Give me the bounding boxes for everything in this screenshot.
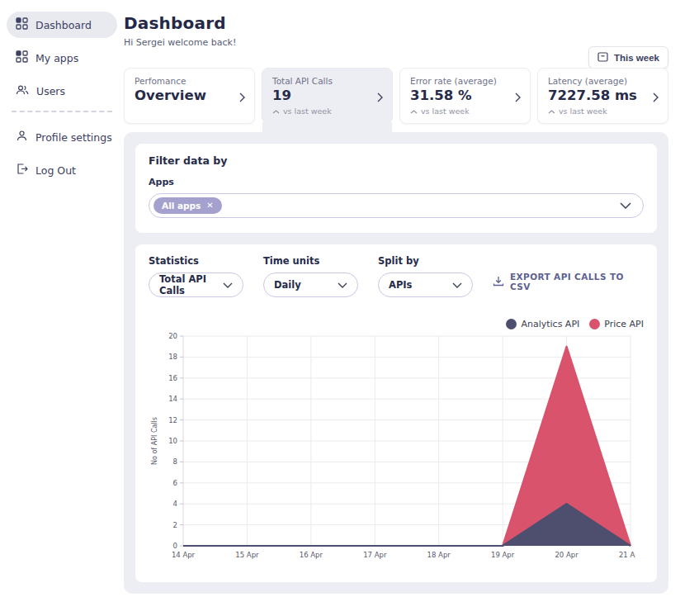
stat-card-value: 7227.58 ms [548,88,658,103]
this-week-label: This week [614,53,659,63]
svg-text:18: 18 [168,353,177,361]
chevron-right-icon [653,90,659,106]
stat-card-label: Error rate (average) [410,76,520,86]
statistics-control: Statistics Total API Calls [149,255,243,297]
sidebar-item-profile-settings[interactable]: Profile settings [7,124,117,150]
sidebar-item-users[interactable]: Users [7,78,117,104]
svg-text:No of API Calls: No of API Calls [151,417,158,465]
sidebar-item-label: Users [36,85,65,97]
stat-card-total-api-calls[interactable]: Total API Calls 19 vs last week [262,68,393,124]
stat-card-label: Perfomance [135,76,244,86]
chart-legend: Analytics API Price API [149,319,644,329]
chart-controls: Statistics Total API Calls Time units Da… [149,255,644,297]
svg-text:20: 20 [168,332,177,340]
svg-text:0: 0 [173,542,177,550]
sidebar-item-log-out[interactable]: Log Out [7,157,117,183]
svg-text:20 Apr: 20 Apr [555,551,578,559]
all-apps-chip[interactable]: All apps ✕ [153,197,222,214]
close-icon[interactable]: ✕ [206,201,213,210]
export-csv-label: EXPORT API CALLS TO CSV [510,272,644,291]
stat-card-trend: vs last week [272,107,382,116]
sidebar-item-my-apps[interactable]: My apps [7,45,117,71]
svg-text:2: 2 [173,521,177,529]
select-value: Daily [274,279,301,291]
sidebar-item-dashboard[interactable]: Dashboard [7,12,117,38]
stat-card-latency[interactable]: Latency (average) 7227.58 ms vs last wee… [537,68,668,124]
filter-title: Filter data by [149,154,644,167]
legend-label: Price API [604,319,644,329]
legend-item-analytics-api[interactable]: Analytics API [506,319,579,329]
trend-label: vs last week [421,107,470,116]
filter-card: Filter data by Apps All apps ✕ [135,144,657,233]
trend-label: vs last week [559,107,607,116]
svg-text:18 Apr: 18 Apr [427,551,451,559]
svg-text:4: 4 [173,500,177,508]
split-by-label: Split by [378,255,473,267]
svg-text:6: 6 [173,479,177,487]
chevron-right-icon [239,90,245,106]
chevron-down-icon [620,202,631,209]
split-by-control: Split by APIs [378,255,473,297]
greeting-text: Hi Sergei welcome back! [124,37,668,48]
logout-icon [16,163,28,178]
svg-text:16: 16 [168,374,177,382]
caret-up-icon [548,107,555,116]
sidebar-item-label: Log Out [35,164,76,177]
svg-text:10: 10 [168,437,177,445]
svg-text:16 Apr: 16 Apr [300,551,323,559]
select-value: APIs [389,279,412,291]
chevron-right-icon [377,90,383,106]
time-units-control: Time units Daily [263,255,358,297]
legend-label: Analytics API [521,319,579,329]
main-content: Dashboard Hi Sergei welcome back! This w… [124,0,680,616]
legend-item-price-api[interactable]: Price API [589,319,644,329]
svg-text:12: 12 [168,416,177,424]
sidebar-item-label: My apps [35,52,78,64]
sidebar-item-label: Dashboard [35,19,92,31]
chevron-down-icon [452,279,462,291]
apps-multiselect[interactable]: All apps ✕ [149,193,644,218]
svg-text:8: 8 [173,457,177,466]
grid-icon [16,50,28,65]
split-by-select[interactable]: APIs [378,272,473,297]
stat-card-trend: vs last week [548,107,658,116]
stat-card-performance[interactable]: Perfomance Overview [124,68,255,124]
chevron-right-icon [515,90,521,106]
trend-label: vs last week [283,107,332,116]
sidebar-divider [12,111,112,112]
time-units-select[interactable]: Daily [263,272,358,297]
calendar-icon [597,51,608,64]
svg-text:14 Apr: 14 Apr [172,551,196,559]
chevron-down-icon [223,279,233,291]
sidebar-item-label: Profile settings [35,131,112,144]
chart-area: 0246810121416182014 Apr15 Apr16 Apr17 Ap… [149,331,644,567]
statistics-card: Statistics Total API Calls Time units Da… [135,244,657,582]
api-calls-chart: 0246810121416182014 Apr15 Apr16 Apr17 Ap… [149,331,635,564]
apps-filter-label: Apps [149,177,644,187]
dashboard-panel: Filter data by Apps All apps ✕ Statistic… [124,132,668,594]
stat-card-value: 19 [272,88,382,103]
stat-card-error-rate[interactable]: Error rate (average) 31.58 % vs last wee… [399,68,531,124]
stat-card-trend: vs last week [410,107,520,116]
legend-dot [506,319,517,329]
select-value: Total API Calls [159,273,223,296]
svg-text:19 Apr: 19 Apr [491,551,515,559]
svg-text:21 Apr: 21 Apr [619,551,635,559]
grid-icon [16,17,28,32]
export-csv-link[interactable]: EXPORT API CALLS TO CSV [493,272,644,297]
stat-card-value: 31.58 % [410,88,520,103]
stat-cards-row: Perfomance Overview Total API Calls 19 v… [124,68,668,124]
svg-text:15 Apr: 15 Apr [235,551,259,559]
stat-card-value: Overview [135,88,244,103]
svg-text:17 Apr: 17 Apr [363,551,387,559]
statistics-select[interactable]: Total API Calls [149,272,243,297]
person-icon [16,130,28,145]
legend-dot [589,319,600,329]
chip-label: All apps [162,201,201,211]
time-units-label: Time units [263,255,358,267]
this-week-button[interactable]: This week [588,46,668,69]
svg-text:14: 14 [168,395,177,403]
caret-up-icon [272,107,280,116]
stat-card-label: Total API Calls [272,76,382,86]
chevron-down-icon [338,279,347,291]
